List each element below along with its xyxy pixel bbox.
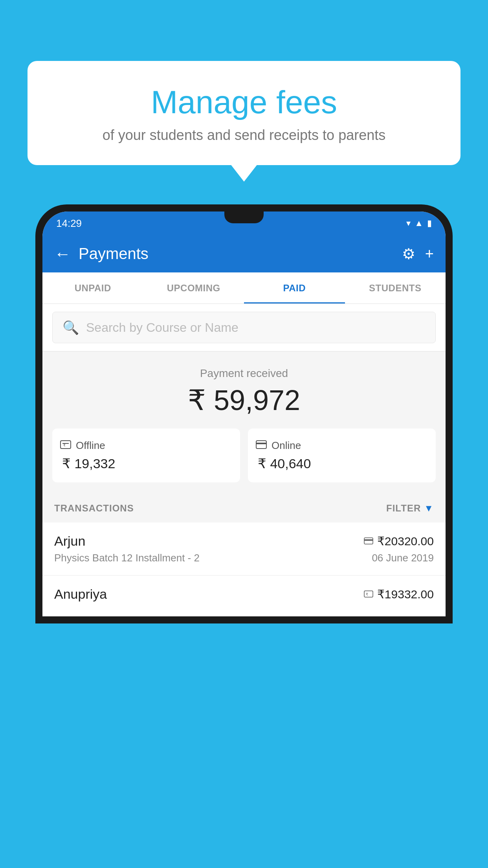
filter-icon: ▼	[424, 503, 434, 514]
settings-icon[interactable]: ⚙	[402, 245, 415, 263]
battery-icon: ▮	[427, 218, 432, 228]
offline-label: Offline	[76, 440, 105, 452]
transaction-amount-anupriya: ₹19332.00	[377, 587, 434, 601]
payment-summary: Payment received ₹ 59,972 ₹	[42, 351, 446, 494]
transaction-item-arjun[interactable]: Arjun ₹20320.00 Physics Batch 12 Install…	[42, 522, 446, 576]
search-icon: 🔍	[62, 320, 79, 335]
offline-pay-icon: ₹	[364, 589, 373, 600]
svg-rect-5	[364, 538, 373, 544]
search-placeholder: Search by Course or Name	[86, 320, 238, 335]
svg-rect-0	[61, 441, 71, 449]
speech-bubble: Manage fees of your students and send re…	[28, 61, 460, 165]
tab-paid[interactable]: PAID	[244, 272, 345, 303]
offline-card: ₹ Offline ₹ 19,332	[52, 428, 240, 482]
transaction-name-anupriya: Anupriya	[54, 587, 107, 602]
transaction-date-arjun: 06 June 2019	[372, 552, 434, 564]
transactions-header: TRANSACTIONS FILTER ▼	[42, 494, 446, 522]
filter-button[interactable]: FILTER ▼	[386, 503, 434, 514]
transaction-course-arjun: Physics Batch 12 Installment - 2	[54, 552, 200, 564]
transaction-item-anupriya[interactable]: Anupriya ₹ ₹19332.00	[42, 576, 446, 616]
phone-outer: 14:29 ▾ ▲ ▮ ← Payments ⚙ + UNPAID	[35, 204, 453, 623]
transaction-row-top: Arjun ₹20320.00	[54, 533, 434, 549]
wifi-icon: ▾	[406, 218, 411, 228]
transaction-amount-wrap-2: ₹ ₹19332.00	[364, 587, 434, 601]
online-card: Online ₹ 40,640	[248, 428, 436, 482]
svg-rect-6	[364, 539, 373, 541]
svg-text:₹: ₹	[366, 592, 368, 596]
offline-card-header: ₹ Offline	[60, 440, 232, 452]
speech-bubble-container: Manage fees of your students and send re…	[28, 61, 460, 165]
transaction-amount-wrap: ₹20320.00	[364, 534, 434, 548]
svg-rect-3	[256, 441, 266, 449]
status-bar: 14:29 ▾ ▲ ▮	[42, 211, 446, 235]
tab-students[interactable]: STUDENTS	[345, 272, 446, 303]
offline-icon: ₹	[60, 440, 71, 452]
signal-icon: ▲	[415, 218, 423, 228]
add-icon[interactable]: +	[425, 245, 434, 262]
app-bar-actions: ⚙ +	[402, 245, 434, 263]
offline-amount: ₹ 19,332	[60, 456, 232, 471]
back-button[interactable]: ←	[54, 245, 71, 263]
status-time: 14:29	[56, 217, 82, 230]
status-icons: ▾ ▲ ▮	[406, 218, 432, 228]
tab-unpaid[interactable]: UNPAID	[42, 272, 143, 303]
payment-received-label: Payment received	[52, 367, 436, 380]
search-container: 🔍 Search by Course or Name	[42, 304, 446, 351]
phone-mockup: 14:29 ▾ ▲ ▮ ← Payments ⚙ + UNPAID	[35, 204, 453, 868]
svg-rect-4	[256, 443, 266, 444]
bubble-subtitle: of your students and send receipts to pa…	[47, 127, 441, 143]
tabs-bar: UNPAID UPCOMING PAID STUDENTS	[42, 272, 446, 304]
tab-upcoming[interactable]: UPCOMING	[143, 272, 244, 303]
transaction-amount-arjun: ₹20320.00	[377, 534, 434, 548]
online-label: Online	[272, 440, 301, 452]
bubble-title: Manage fees	[47, 85, 441, 120]
payment-total-amount: ₹ 59,972	[52, 384, 436, 417]
payment-cards: ₹ Offline ₹ 19,332	[52, 428, 436, 482]
online-icon	[256, 440, 267, 452]
transactions-label: TRANSACTIONS	[54, 503, 134, 514]
phone-inner: 14:29 ▾ ▲ ▮ ← Payments ⚙ + UNPAID	[42, 211, 446, 616]
filter-label: FILTER	[386, 503, 421, 514]
search-bar[interactable]: 🔍 Search by Course or Name	[52, 312, 436, 343]
transaction-row-bottom: Physics Batch 12 Installment - 2 06 June…	[54, 552, 434, 564]
transaction-name-arjun: Arjun	[54, 533, 85, 549]
transaction-row2-top: Anupriya ₹ ₹19332.00	[54, 587, 434, 602]
inner-notch	[224, 211, 264, 223]
online-amount: ₹ 40,640	[256, 456, 428, 471]
online-pay-icon	[364, 536, 373, 547]
app-title: Payments	[79, 245, 402, 263]
app-bar: ← Payments ⚙ +	[42, 235, 446, 272]
online-card-header: Online	[256, 440, 428, 452]
svg-text:₹: ₹	[63, 443, 66, 447]
